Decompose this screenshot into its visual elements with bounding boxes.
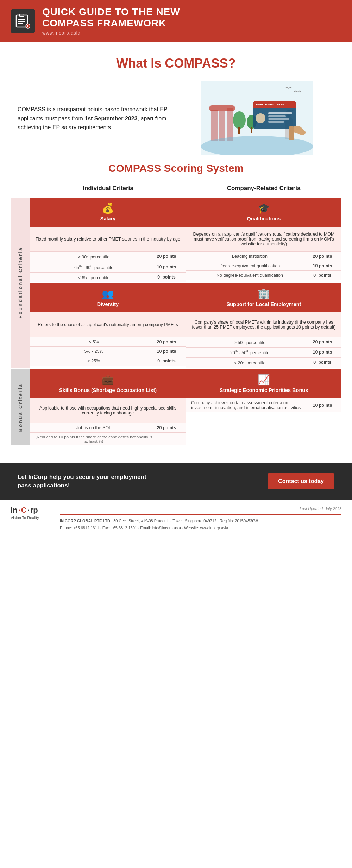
svg-point-24 xyxy=(256,113,265,123)
logo-in: In xyxy=(11,506,18,515)
salary-label-2: 65th - 90th percentile xyxy=(35,264,152,270)
footer-reg: Reg No: 201504530W xyxy=(220,519,258,523)
svg-rect-29 xyxy=(289,126,294,140)
diversity-header: 👥 Diversity xyxy=(30,283,186,312)
bonus-cols: 💼 Skills Bonus (Shortage Occupation List… xyxy=(30,369,341,445)
local-employment-points: ≥ 50th percentile 20 points 20th - 50th … xyxy=(186,337,341,368)
skills-row-1: Job is on the SOL 20 points xyxy=(30,423,186,432)
svg-rect-26 xyxy=(268,115,286,117)
header-title: QUICK GUIDE TO THE NEW COMPASS FRAMEWORK xyxy=(42,6,180,29)
qual-label-3: No degree-equivalent qualification xyxy=(191,273,308,278)
logo-rp: rp xyxy=(30,506,38,515)
footer-address: 30 Cecil Street, #19-08 Prudential Tower… xyxy=(113,519,216,523)
footer-email: Email: info@incorp.asia xyxy=(140,526,181,530)
svg-rect-16 xyxy=(251,127,252,133)
local-pts-1: 20 points xyxy=(308,339,337,345)
footer-company: IN.CORP GLOBAL PTE LTD xyxy=(60,519,110,523)
skills-pts-1: 20 points xyxy=(152,425,181,430)
bonus-criteria-row: Bonus Criteria 💼 Skills Bonus (Shortage … xyxy=(11,369,341,445)
foundational-criteria-row: Foundational Criteria 💰 Salary Fixed mon… xyxy=(11,198,341,368)
strategic-desc: Company achieves certain assessment crit… xyxy=(191,400,308,410)
local-label-1: ≥ 50th percentile xyxy=(191,339,308,345)
local-label-2: 20th - 50th percentile xyxy=(191,350,308,355)
strategic-pts: 10 points xyxy=(308,403,337,408)
what-content: COMPASS is a transparent points-based fr… xyxy=(18,81,334,155)
svg-rect-27 xyxy=(268,118,289,120)
diversity-block: 👥 Diversity Refers to the share of an ap… xyxy=(30,283,186,368)
svg-text:EMPLOYMENT PASS: EMPLOYMENT PASS xyxy=(256,103,284,106)
skills-label-2: (Reduced to 10 points if the share of th… xyxy=(35,435,152,443)
local-employment-desc: Company's share of local PMETs within it… xyxy=(186,312,341,337)
foundational-body: 💰 Salary Fixed monthly salary relative t… xyxy=(30,198,341,368)
what-heading: What Is COMPASS? xyxy=(18,56,334,71)
logo-tagline: Vision To Reality xyxy=(11,516,39,520)
qualifications-points: Leading institution 20 points Degree-equ… xyxy=(186,251,341,280)
local-row-3: < 20th percentile 0 points xyxy=(186,357,341,368)
qual-pts-3: 0 points xyxy=(308,273,337,278)
page-header: QUICK GUIDE TO THE NEW COMPASS FRAMEWORK… xyxy=(0,0,352,42)
skills-bonus-icon: 💼 xyxy=(34,374,182,386)
skills-bonus-header: 💼 Skills Bonus (Shortage Occupation List… xyxy=(30,369,186,398)
qual-label-2: Degree-equivalent qualification xyxy=(191,263,308,268)
col-header-individual: Individual Criteria xyxy=(30,181,186,198)
qualifications-header: 🎓 Qualifications xyxy=(186,198,341,227)
qualifications-icon: 🎓 xyxy=(190,202,338,214)
contact-us-button[interactable]: Contact us today xyxy=(268,473,334,489)
local-row-2: 20th - 50th percentile 10 points xyxy=(186,347,341,357)
svg-point-13 xyxy=(233,111,246,129)
diversity-points: ≤ 5% 20 points 5% - 25% 10 points ≥ 25% … xyxy=(30,337,186,366)
salary-label-1: ≥ 90th percentile xyxy=(35,254,152,260)
div-label-3: ≥ 25% xyxy=(35,358,152,363)
qual-row-2: Degree-equivalent qualification 10 point… xyxy=(186,261,341,270)
svg-rect-10 xyxy=(219,111,225,141)
skills-label-1: Job is on the SOL xyxy=(35,425,152,430)
diversity-name: Diversity xyxy=(97,301,119,307)
skills-pts-2 xyxy=(152,435,181,443)
what-text: COMPASS is a transparent points-based fr… xyxy=(18,105,172,132)
skills-bonus-desc: Applicable to those with occupations tha… xyxy=(30,398,186,423)
svg-rect-28 xyxy=(268,121,284,123)
strategic-bonus-icon: 📈 xyxy=(190,374,338,386)
qualifications-name: Qualifications xyxy=(247,216,281,221)
qualifications-desc: Depends on an applicant's qualifications… xyxy=(186,227,341,251)
strategic-bonus-name: Strategic Economic Priorities Bonus xyxy=(220,387,308,393)
salary-desc: Fixed monthly salary relative to other P… xyxy=(30,227,186,251)
strategic-row-1: Company achieves certain assessment crit… xyxy=(186,398,341,412)
salary-header: 💰 Salary xyxy=(30,198,186,227)
qual-label-1: Leading institution xyxy=(191,254,308,259)
footer-divider xyxy=(60,514,341,515)
bonus-body: 💼 Skills Bonus (Shortage Occupation List… xyxy=(30,369,341,445)
salary-label-3: < 65th percentile xyxy=(35,275,152,280)
local-row-1: ≥ 50th percentile 20 points xyxy=(186,337,341,347)
salary-name: Salary xyxy=(100,216,116,221)
page-footer: In · C · rp Vision To Reality Last Updat… xyxy=(0,500,352,535)
qual-pts-2: 10 points xyxy=(308,263,337,268)
qualifications-block: 🎓 Qualifications Depends on an applicant… xyxy=(186,198,341,282)
svg-rect-9 xyxy=(211,110,218,141)
strategic-bonus-block: 📈 Strategic Economic Priorities Bonus Co… xyxy=(186,369,341,445)
salary-pts-3: 0 points xyxy=(152,275,181,280)
qual-row-1: Leading institution 20 points xyxy=(186,251,341,261)
footer-updated: Last Updated: July 2023 xyxy=(60,506,341,513)
salary-row-2: 65th - 90th percentile 10 points xyxy=(30,262,186,272)
skills-bonus-block: 💼 Skills Bonus (Shortage Occupation List… xyxy=(30,369,186,445)
local-pts-2: 10 points xyxy=(308,350,337,355)
cta-section: Let InCorp help you secure your employme… xyxy=(0,463,352,500)
div-label-1: ≤ 5% xyxy=(35,339,152,344)
footer-phone: Phone: +65 6812 1611 xyxy=(60,526,99,530)
column-headers: Individual Criteria Company-Related Crit… xyxy=(30,181,341,198)
logo-orp: · xyxy=(27,506,30,515)
div-label-2: 5% - 25% xyxy=(35,349,152,354)
footer-info: Last Updated: July 2023 IN.CORP GLOBAL P… xyxy=(60,506,341,531)
header-website: www.incorp.asia xyxy=(42,30,180,36)
footer-website: Website: www.incorp.asia xyxy=(184,526,228,530)
skills-bonus-points: Job is on the SOL 20 points (Reduced to … xyxy=(30,423,186,445)
diversity-icon: 👥 xyxy=(34,288,182,300)
what-is-compass-section: What Is COMPASS? COMPASS is a transparen… xyxy=(0,42,352,162)
logo-c: C xyxy=(21,506,27,515)
local-employment-name: Support for Local Employment xyxy=(227,301,301,307)
footer-contact: Phone: +65 6812 1611 · Fax: +65 6812 160… xyxy=(60,525,341,532)
salary-pts-1: 20 points xyxy=(152,254,181,260)
scoring-heading: COMPASS Scoring System xyxy=(11,162,341,174)
row-salary-qualifications: 💰 Salary Fixed monthly salary relative t… xyxy=(30,198,341,282)
